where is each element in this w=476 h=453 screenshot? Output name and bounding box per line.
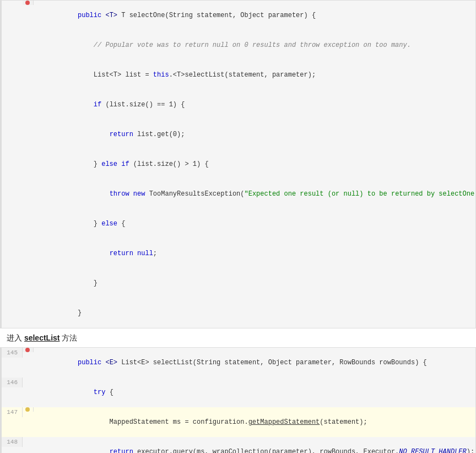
code-line: List<T> list = this.<T>selectList(statem… — [2, 60, 475, 90]
line-content: MappedStatement ms = configuration.getMa… — [34, 407, 475, 437]
execution-dot — [25, 407, 30, 412]
prose-section-1: 进入 selectList 方法 — [0, 328, 476, 347]
line-content: List<T> list = this.<T>selectList(statem… — [34, 60, 475, 90]
code-line: if (list.size() == 1) { — [2, 90, 475, 120]
line-gutter — [23, 348, 34, 352]
line-content: public <E> List<E> selectList(String sta… — [34, 348, 475, 378]
code-line-148: 148 return executor.query(ms, wrapCollec… — [2, 437, 475, 453]
code-line: // Popular vote was to return null on 0 … — [2, 30, 475, 60]
prose-text-1: 进入 selectList 方法 — [7, 333, 77, 342]
code-line: return null; — [2, 239, 475, 268]
line-content: public <T> T selectOne(String statement,… — [34, 1, 475, 30]
code-line: } else { — [2, 209, 475, 239]
line-number: 147 — [2, 407, 23, 417]
top-code-block: public <T> T selectOne(String statement,… — [0, 0, 476, 328]
code-line-145: 145 public <E> List<E> selectList(String… — [2, 348, 475, 378]
line-content: return null; — [34, 239, 475, 268]
line-content: } — [34, 268, 475, 298]
code-line: } else if (list.size() > 1) { — [2, 149, 475, 179]
line-number: 146 — [2, 378, 23, 387]
code-line-146: 146 try { — [2, 378, 475, 407]
line-number: 145 — [2, 348, 23, 358]
code-line: } — [2, 268, 475, 298]
line-gutter — [23, 407, 34, 412]
line-content: throw new TooManyResultsException("Expec… — [34, 179, 476, 209]
line-content: if (list.size() == 1) { — [34, 90, 475, 120]
line-content: // Popular vote was to return null on 0 … — [34, 30, 475, 60]
line-content: try { — [34, 378, 475, 407]
line-content: return executor.query(ms, wrapCollection… — [34, 437, 475, 453]
code-line-147: 147 MappedStatement ms = configuration.g… — [2, 407, 475, 437]
line-content: } else { — [34, 209, 475, 239]
breakpoint-dot — [25, 348, 30, 352]
code-line: throw new TooManyResultsException("Expec… — [2, 179, 475, 209]
line-gutter — [23, 1, 34, 5]
line-content: } else if (list.size() > 1) { — [34, 149, 475, 179]
code-line: return list.get(0); — [2, 120, 475, 149]
code-line: public <T> T selectOne(String statement,… — [2, 1, 475, 30]
line-number: 148 — [2, 437, 23, 447]
line-content: return list.get(0); — [34, 120, 475, 149]
breakpoint-dot — [25, 1, 30, 5]
line-content: } — [34, 298, 475, 328]
code-line: } — [2, 298, 475, 328]
middle-code-block: 145 public <E> List<E> selectList(String… — [0, 347, 476, 453]
